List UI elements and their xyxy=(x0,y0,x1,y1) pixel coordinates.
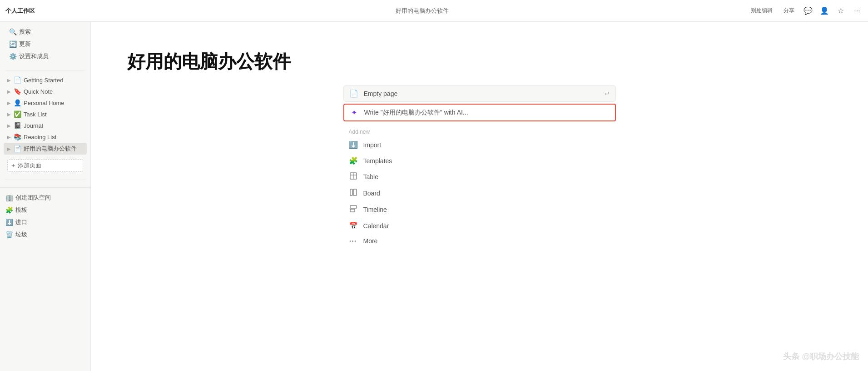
comment-icon[interactable]: 💬 xyxy=(803,5,813,16)
chevron-icon: ▶ xyxy=(7,89,11,94)
trash-icon: 🗑️ xyxy=(5,231,13,238)
sidebar-item-trash[interactable]: 🗑️ 垃圾 xyxy=(2,229,89,241)
sidebar-item-updates[interactable]: 🔄 更新 xyxy=(5,38,85,50)
sidebar-top: 🔍 搜索 🔄 更新 ⚙️ 设置和成员 xyxy=(0,25,90,63)
create-team-label: 创建团队空间 xyxy=(15,194,85,202)
add-page-button[interactable]: + 添加页面 xyxy=(7,159,83,172)
topbar-page-title: 好用的电脑办公软件 xyxy=(396,7,449,15)
page-main-title: 好用的电脑办公软件 xyxy=(127,49,291,74)
sidebar-updates-label: 更新 xyxy=(19,40,81,48)
option-templates[interactable]: 🧩 Templates xyxy=(343,153,616,169)
options-container: 📄 Empty page ↵ ✦ Write "好用的电脑办公软件" with … xyxy=(343,85,616,248)
edit-elsewhere-button[interactable]: 别处编辑 xyxy=(748,5,775,16)
sidebar-nav: ▶ 📄 Getting Started ▶ 🔖 Quick Note ▶ 👤 P… xyxy=(0,74,90,155)
sidebar-item-reading-list[interactable]: ▶ 📚 Reading List xyxy=(4,131,87,142)
timeline-option-label: Timeline xyxy=(363,206,387,213)
sidebar-item-settings[interactable]: ⚙️ 设置和成员 xyxy=(5,50,85,62)
empty-page-option[interactable]: 📄 Empty page ↵ xyxy=(343,85,616,102)
search-icon: 🔍 xyxy=(9,28,16,35)
sidebar-settings-label: 设置和成员 xyxy=(19,52,81,60)
option-timeline[interactable]: Timeline xyxy=(343,201,616,218)
svg-rect-5 xyxy=(350,206,357,208)
table-icon xyxy=(349,172,358,181)
sidebar-search-label: 搜索 xyxy=(19,28,81,36)
journal-label: Journal xyxy=(24,122,83,129)
sidebar-item-search[interactable]: 🔍 搜索 xyxy=(5,26,85,38)
sidebar: 🔍 搜索 🔄 更新 ⚙️ 设置和成员 ▶ 📄 Getting Started ▶… xyxy=(0,22,91,371)
add-page-label: 添加页面 xyxy=(18,161,41,170)
write-ai-option[interactable]: ✦ Write "好用的电脑办公软件" with AI... xyxy=(344,105,615,120)
board-option-label: Board xyxy=(363,190,380,197)
sidebar-item-templates[interactable]: 🧩 模板 xyxy=(2,204,89,216)
write-ai-wrapper: ✦ Write "好用的电脑办公软件" with AI... xyxy=(343,104,616,121)
chevron-icon: ▶ xyxy=(7,100,11,105)
more-icon[interactable]: ··· xyxy=(852,5,863,16)
sidebar-item-import[interactable]: ⬇️ 进口 xyxy=(2,216,89,228)
topbar: 个人工作区 好用的电脑办公软件 别处编辑 分享 💬 👤 ☆ ··· xyxy=(0,0,868,22)
option-more[interactable]: ••• More xyxy=(343,234,616,248)
templates-label: 模板 xyxy=(15,206,85,214)
content-area: 好用的电脑办公软件 📄 Empty page ↵ ✦ Write "好用的电脑办… xyxy=(91,22,868,371)
page-icon: 📄 xyxy=(14,76,21,84)
reading-icon: 📚 xyxy=(14,133,21,140)
current-page-label: 好用的电脑办公软件 xyxy=(24,145,83,153)
sidebar-item-personal-home[interactable]: ▶ 👤 Personal Home xyxy=(4,97,87,108)
svg-rect-3 xyxy=(350,189,352,196)
option-calendar[interactable]: 📅 Calendar xyxy=(343,218,616,234)
person-icon: 👤 xyxy=(14,99,21,106)
import-option-label: Import xyxy=(363,141,382,149)
topbar-center: 好用的电脑办公软件 xyxy=(96,7,748,15)
chevron-icon: ▶ xyxy=(7,123,11,128)
plus-icon: + xyxy=(11,162,15,169)
sidebar-item-current-page[interactable]: ▶ 📄 好用的电脑办公软件 xyxy=(4,143,87,155)
settings-icon: ⚙️ xyxy=(9,53,16,60)
option-board[interactable]: Board xyxy=(343,185,616,201)
personal-home-label: Personal Home xyxy=(24,100,83,106)
svg-rect-4 xyxy=(353,189,357,196)
task-list-label: Task List xyxy=(24,111,83,118)
getting-started-label: Getting Started xyxy=(24,77,83,84)
chevron-icon: ▶ xyxy=(7,135,11,140)
option-import[interactable]: ⬇️ Import xyxy=(343,137,616,153)
import-down-icon: ⬇️ xyxy=(349,140,358,149)
templates-option-label: Templates xyxy=(363,157,392,165)
empty-page-label: Empty page xyxy=(364,90,398,97)
sidebar-item-quick-note[interactable]: ▶ 🔖 Quick Note xyxy=(4,86,87,97)
table-option-label: Table xyxy=(363,173,378,180)
share-button[interactable]: 分享 xyxy=(781,5,797,16)
task-icon: ✅ xyxy=(14,110,21,118)
sidebar-bottom: 🏢 创建团队空间 🧩 模板 ⬇️ 进口 🗑️ 垃圾 xyxy=(0,187,90,241)
sidebar-item-task-list[interactable]: ▶ ✅ Task List xyxy=(4,109,87,120)
more-option-label: More xyxy=(363,237,378,245)
import-icon: ⬇️ xyxy=(5,219,13,226)
return-icon: ↵ xyxy=(605,90,610,97)
sidebar-item-journal[interactable]: ▶ 📓 Journal xyxy=(4,120,87,131)
sidebar-item-getting-started[interactable]: ▶ 📄 Getting Started xyxy=(4,75,87,85)
sidebar-divider-top xyxy=(5,70,85,70)
calendar-option-label: Calendar xyxy=(363,222,389,230)
import-label: 进口 xyxy=(15,218,85,226)
chevron-icon: ▶ xyxy=(7,146,11,151)
chevron-icon: ▶ xyxy=(7,78,11,83)
more-dots-icon: ••• xyxy=(349,239,358,244)
trash-label: 垃圾 xyxy=(15,231,85,239)
templates-icon: 🧩 xyxy=(5,206,13,214)
main-area: 🔍 搜索 🔄 更新 ⚙️ 设置和成员 ▶ 📄 Getting Started ▶… xyxy=(0,22,868,371)
add-new-label: Add new xyxy=(343,125,616,137)
ai-plus-icon: ✦ xyxy=(350,108,359,117)
document-icon: 📄 xyxy=(349,89,358,98)
templates-grid-icon: 🧩 xyxy=(349,156,358,165)
option-table[interactable]: Table xyxy=(343,169,616,185)
star-icon[interactable]: ☆ xyxy=(835,5,846,16)
team-icon: 🏢 xyxy=(5,194,13,201)
user-icon[interactable]: 👤 xyxy=(819,5,830,16)
sidebar-item-create-team[interactable]: 🏢 创建团队空间 xyxy=(2,192,89,204)
reading-list-label: Reading List xyxy=(24,134,83,140)
topbar-left: 个人工作区 xyxy=(5,7,96,15)
journal-icon: 📓 xyxy=(14,122,21,129)
sidebar-divider-bottom xyxy=(5,180,85,180)
write-ai-label: Write "好用的电脑办公软件" with AI... xyxy=(364,109,468,117)
board-icon xyxy=(349,189,358,198)
topbar-right: 别处编辑 分享 💬 👤 ☆ ··· xyxy=(748,5,863,16)
updates-icon: 🔄 xyxy=(9,40,16,48)
